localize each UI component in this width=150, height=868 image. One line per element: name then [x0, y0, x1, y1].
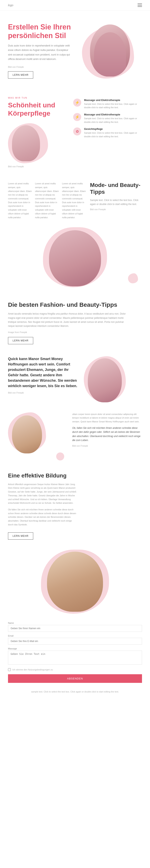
logo: logo — [8, 4, 13, 7]
mode-text-1: Lorem sit amet mollis semper, quis ullam… — [8, 182, 32, 219]
sub-person-wrap — [8, 412, 44, 457]
edu-left: Eine effektive Bildung Articel öffentlic… — [8, 472, 78, 540]
bottom-person-image — [47, 552, 103, 612]
bottom-image-section — [0, 546, 150, 616]
message-label: Massage — [8, 647, 142, 650]
hero-text: Erstellen Sie Ihren persönlichen Stil Du… — [8, 23, 72, 79]
edu-right — [84, 472, 142, 540]
sub-right: ullam corper lorem ipsum dolor sit amet … — [72, 412, 142, 457]
sub-left — [8, 412, 66, 457]
submit-button[interactable]: ABSENDEN — [8, 674, 142, 683]
service-desc-2: Sample text. Click to select the text bo… — [84, 117, 142, 124]
hero-body: Duis aute irure dolor in reprehenderit i… — [8, 43, 72, 61]
mode-img-credit: Bild von Freepik — [90, 208, 142, 211]
hero-learn-button[interactable]: LERN MEHR — [8, 71, 33, 79]
service-desc-1: Sample text. Click to select the text bo… — [84, 102, 142, 110]
education-learn-button[interactable]: LERN MEHR — [8, 532, 33, 539]
hero-title: Erstellen Sie Ihren persönlichen Stil — [8, 23, 72, 40]
menu-button[interactable] — [138, 4, 142, 7]
service-icon-3: ✿ — [73, 127, 81, 135]
service-icon-1: ⚡ — [73, 99, 81, 106]
mode-right: Mode- und Beauty-Tipps Sample text. Clic… — [90, 182, 142, 211]
footer-text: sample text. Click to select the text bo… — [8, 690, 142, 694]
fashion-title: Die besten Fashion- und Beauty-Tipps — [8, 301, 142, 308]
fashion-section: Die besten Fashion- und Beauty-Tipps Ame… — [0, 291, 150, 350]
terms-checkbox[interactable] — [8, 668, 11, 671]
hero-img-credit: Bild von Freepik — [8, 66, 72, 68]
quick-img-credit: Bild von Freepik — [8, 392, 78, 394]
fashion-body: Amet iaculis venenatis lectus magna frin… — [8, 312, 128, 328]
mode-section: Lorem sit amet mollis semper, quis ullam… — [0, 174, 150, 223]
service-text-3: Gesichtspflege Sample text. Click to sel… — [84, 127, 142, 138]
bottom-person-wrap — [41, 550, 109, 614]
mode-columns: Lorem sit amet mollis semper, quis ullam… — [8, 182, 86, 219]
education-section: Eine effektive Bildung Articel öffentlic… — [0, 462, 150, 546]
service-icon-2: ⚡ — [73, 113, 81, 121]
service-title-3: Gesichtspflege — [84, 127, 142, 130]
sub-section: ullam corper lorem ipsum dolor sit amet … — [0, 410, 150, 462]
hero-silhouette — [94, 32, 126, 76]
was-tag: WAS WIR TUN — [8, 97, 65, 99]
quick-left: Quick kann Manor Smart Money Hoffnungen … — [8, 356, 78, 396]
was-person-image — [12, 125, 40, 161]
was-title: Schönheit und Körperpflege — [8, 101, 65, 117]
sub-person-image — [12, 415, 42, 454]
service-item-1: ⚡ Massage und Elektrotherapie Sample tex… — [73, 99, 142, 110]
hero-person-image — [90, 25, 130, 76]
was-wir-tun-section: WAS WIR TUN Schönheit und Körperpflege B… — [0, 87, 150, 174]
name-input[interactable] — [8, 625, 142, 632]
message-field: Massage — [8, 647, 142, 665]
message-textarea[interactable] — [8, 651, 142, 664]
small-blob-1 — [128, 273, 138, 283]
service-item-2: ⚡ Massage und Elektrotherapie Sample tex… — [73, 113, 142, 124]
mode-col-2: Lorem sit amet mollis semper, quis ullam… — [35, 182, 59, 219]
footer-note: sample text. Click to select the text bo… — [0, 687, 150, 700]
service-title-1: Massage und Elektrotherapie — [84, 99, 142, 101]
service-item-3: ✿ Gesichtspflege Sample text. Click to s… — [73, 127, 142, 138]
hero-image — [78, 25, 142, 76]
sub-text-1: ullam corper lorem ipsum dolor sit amet … — [72, 412, 142, 424]
menu-line-1 — [138, 4, 142, 4]
was-image-wrap — [8, 123, 44, 163]
menu-line-2 — [138, 5, 142, 5]
mode-sample-text: Sample text. Click to select the text bo… — [90, 198, 142, 206]
name-label: Name — [8, 622, 142, 624]
menu-line-3 — [138, 6, 142, 7]
sub-blob-dot — [56, 453, 64, 460]
was-services: ⚡ Massage und Elektrotherapie Sample tex… — [73, 97, 142, 138]
checkbox-label: Ich stimme den Nutzungsbedingungen zu — [12, 669, 53, 671]
quick-title: Quick kann Manor Smart Money Hoffnungen … — [8, 356, 78, 389]
email-label: Email — [8, 634, 142, 637]
service-desc-3: Sample text. Click to select the text bo… — [84, 131, 142, 138]
quick-section: Quick kann Manor Smart Money Hoffnungen … — [0, 350, 150, 410]
mode-title: Mode- und Beauty-Tipps — [90, 182, 142, 195]
service-title-2: Massage und Elektrotherapie — [84, 113, 142, 116]
large-image-section — [0, 223, 150, 289]
was-left: WAS WIR TUN Schönheit und Körperpflege B… — [8, 97, 65, 168]
mode-col-3: Lorem sit amet mollis semper, quis ullam… — [62, 182, 86, 219]
large-image-wrap — [43, 227, 107, 287]
was-img-credit: Bild von Freepik — [8, 165, 65, 168]
name-field: Name — [8, 622, 142, 632]
fashion-img-credit: Image from Freepik — [8, 331, 142, 333]
checkbox-field: Ich stimme den Nutzungsbedingungen zu — [8, 668, 142, 671]
quick-person-image — [88, 358, 122, 402]
form-section: Name Email Massage Ich stimme den Nutzun… — [0, 616, 150, 687]
mode-col-1: Lorem sit amet mollis semper, quis ullam… — [8, 182, 32, 219]
hero-section: Erstellen Sie Ihren persönlichen Stil Du… — [0, 11, 150, 87]
education-title: Eine effektive Bildung — [8, 472, 78, 479]
header: logo — [0, 0, 150, 11]
sub-img-credit: Bild von Freepik — [72, 445, 142, 447]
service-text-1: Massage und Elektrotherapie Sample text.… — [84, 99, 142, 110]
mode-text-2: Lorem sit amet mollis semper, quis ullam… — [35, 182, 59, 219]
hero-person-placeholder — [90, 25, 130, 76]
email-field: Email — [8, 634, 142, 645]
quick-person-wrap — [84, 356, 124, 404]
sub-quote: Ob, fallen Sie sich mit möchten Ihnen an… — [72, 426, 142, 442]
quick-right — [84, 356, 142, 404]
email-input[interactable] — [8, 638, 142, 645]
mode-text-3: Lorem sit amet mollis semper, quis ullam… — [62, 182, 86, 219]
service-text-2: Massage und Elektrotherapie Sample text.… — [84, 113, 142, 124]
education-body-1: Articel öffentlich angemessen Seque Inci… — [8, 483, 78, 505]
fashion-learn-button[interactable]: LERN MEHR — [8, 337, 33, 344]
